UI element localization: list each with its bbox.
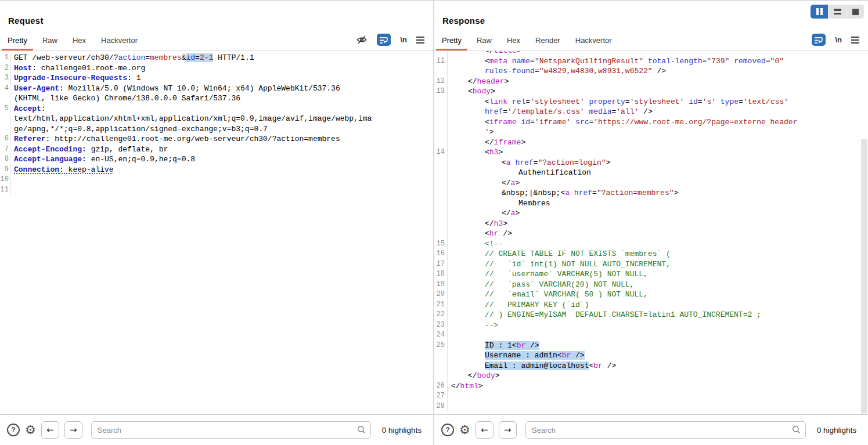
code-line: 18// `username` VARCHAR(5) NOT NULL, — [434, 269, 868, 280]
code-line: (KHTML, like Gecko) Chrome/138.0.0.0 Saf… — [0, 93, 433, 104]
line-number: 6 — [0, 134, 11, 144]
line-number — [434, 208, 448, 219]
highlights-count: 0 highlights — [817, 426, 856, 435]
layout-columns-button[interactable] — [811, 5, 829, 19]
code-line: 13<body> — [434, 86, 868, 97]
tab-raw[interactable]: Raw — [35, 32, 65, 50]
rows-layout-icon — [834, 9, 841, 15]
tab-raw[interactable]: Raw — [469, 32, 499, 50]
help-icon[interactable]: ? — [441, 424, 454, 436]
code-line: 15<!-- — [434, 239, 868, 249]
line-number: 17 — [434, 259, 448, 270]
search-input[interactable] — [525, 421, 806, 439]
code-line: 7Accept-Encoding: gzip, deflate, br — [0, 144, 433, 155]
code-line: <link rel='stylesheet' property='stylesh… — [434, 97, 868, 107]
request-title: Request — [0, 1, 433, 26]
code-line: Membres — [434, 198, 868, 209]
line-number: 12 — [434, 77, 448, 87]
menu-icon[interactable] — [416, 37, 424, 44]
response-tabs-row: PrettyRawHexRenderHackvertor \n — [434, 32, 868, 50]
hide-noneditable-icon[interactable] — [356, 35, 368, 45]
menu-icon[interactable] — [851, 37, 859, 44]
line-number: 10 — [0, 175, 11, 185]
request-search-bar: ? ⚙ ← → 0 highlights — [0, 414, 433, 445]
code-line: <iframe id='iframe' src='https://www.roo… — [434, 117, 868, 128]
code-line: 16// CREATE TABLE IF NOT EXISTS `membres… — [434, 249, 868, 259]
code-line: ge/apng,*/*;q=0.8,application/signed-exc… — [0, 124, 433, 135]
previous-match-button[interactable]: ← — [476, 421, 494, 439]
word-wrap-icon[interactable] — [812, 34, 826, 46]
code-line: rules-found="w4829,w4830,w8931,w6522" /> — [434, 66, 868, 77]
line-number — [434, 51, 448, 56]
line-number: 8 — [0, 154, 11, 165]
code-line: Authentification — [434, 168, 868, 178]
tab-render[interactable]: Render — [528, 32, 568, 50]
code-line: 22// ) ENGINE=MyISAM DEFAULT CHARSET=lat… — [434, 310, 868, 320]
code-line: </h3> — [434, 219, 868, 229]
next-match-button[interactable]: → — [64, 421, 82, 439]
request-header: Request PrettyRawHexHackvertor \n — [0, 1, 433, 51]
layout-single-button[interactable] — [847, 5, 864, 19]
line-number: 20 — [434, 290, 448, 300]
previous-match-button[interactable]: ← — [41, 421, 59, 439]
line-number: 22 — [434, 310, 448, 320]
tab-hackvertor[interactable]: Hackvertor — [93, 32, 145, 50]
tab-hex[interactable]: Hex — [65, 32, 93, 50]
code-line: 3Upgrade-Insecure-Requests: 1 — [0, 73, 433, 84]
word-wrap-icon[interactable] — [377, 34, 391, 46]
line-number — [434, 198, 448, 209]
code-line: 24 — [434, 330, 868, 341]
line-number: 28 — [434, 401, 448, 412]
code-line: 28 — [434, 401, 868, 412]
code-line: Username : admin<br /> — [434, 350, 868, 361]
line-number: 16 — [434, 249, 448, 259]
line-number: 5 — [0, 104, 11, 114]
response-title: Response — [434, 1, 868, 26]
request-panel: Request PrettyRawHexHackvertor \n 1GET /… — [0, 1, 433, 445]
line-number: 25 — [434, 341, 448, 351]
gear-icon[interactable]: ⚙ — [459, 424, 470, 436]
newline-chars-icon[interactable]: \n — [835, 35, 842, 44]
line-number — [434, 350, 448, 361]
line-number — [434, 229, 448, 239]
response-header: Response PrettyRawHexRenderHackvertor \n — [434, 1, 868, 51]
tab-pretty[interactable]: Pretty — [434, 32, 469, 50]
line-number: 13 — [434, 86, 448, 97]
gear-icon[interactable]: ⚙ — [25, 424, 36, 436]
tab-hex[interactable]: Hex — [499, 32, 528, 50]
code-line: </iframe> — [434, 138, 868, 148]
line-number — [434, 97, 448, 107]
line-number — [434, 127, 448, 138]
code-line: 25ID : 1<br /> — [434, 341, 868, 351]
help-icon[interactable]: ? — [7, 424, 20, 436]
code-line: 26</html> — [434, 381, 868, 392]
code-line: 1GET /web-serveur/ch30/?action=membres&i… — [0, 53, 433, 63]
line-number: 11 — [434, 56, 448, 67]
highlights-count: 0 highlights — [382, 426, 422, 435]
response-tabs: PrettyRawHexRenderHackvertor — [434, 32, 620, 50]
request-tabs: PrettyRawHexHackvertor — [0, 32, 145, 50]
search-input[interactable] — [91, 421, 371, 439]
scrollbar-thumb[interactable] — [861, 139, 867, 414]
request-editor[interactable]: 1GET /web-serveur/ch30/?action=membres&i… — [0, 51, 433, 414]
search-icon — [357, 425, 366, 436]
line-number: 4 — [0, 84, 11, 94]
line-number: 7 — [0, 144, 11, 155]
tab-pretty[interactable]: Pretty — [0, 32, 35, 50]
scrollbar-track[interactable] — [860, 51, 868, 414]
code-line: &nbsp;|&nbsp;<a href="?action=membres"> — [434, 188, 868, 198]
code-line: 6Referer: http://challenge01.root-me.org… — [0, 134, 433, 144]
newline-chars-icon[interactable]: \n — [400, 35, 407, 44]
response-search-bar: ? ⚙ ← → 0 highlights — [434, 414, 868, 445]
code-line: 5Accept: — [0, 104, 433, 114]
next-match-button[interactable]: → — [499, 421, 517, 439]
layout-rows-button[interactable] — [829, 5, 847, 19]
line-number — [434, 117, 448, 128]
code-line: Email : admin@localhost<br /> — [434, 361, 868, 371]
code-line: 20// `email` VARCHAR( 50 ) NOT NULL, — [434, 290, 868, 300]
response-editor[interactable]: </title>11<meta name="NetsparkQuiltingRe… — [434, 51, 868, 414]
line-number — [434, 168, 448, 178]
response-panel: Response PrettyRawHexRenderHackvertor \n… — [434, 1, 868, 445]
tab-hackvertor[interactable]: Hackvertor — [568, 32, 620, 50]
code-line: </body> — [434, 371, 868, 381]
